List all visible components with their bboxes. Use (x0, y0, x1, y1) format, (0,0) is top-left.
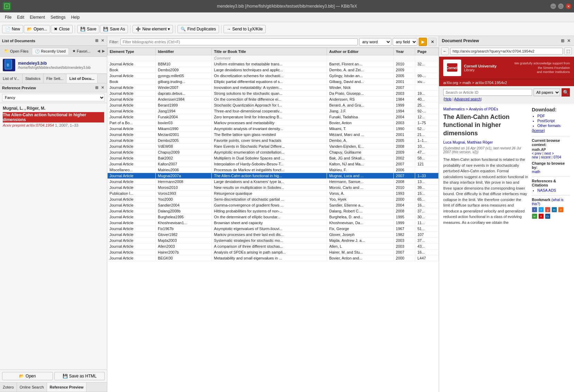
menu-edit[interactable]: Edit (14, 14, 27, 21)
table-row[interactable]: Journal ArticleGlover1982Markov processe… (108, 232, 439, 238)
all-papers-select[interactable]: All papers (534, 89, 560, 96)
table-row[interactable]: Part of a Bo...bovier03Markov processes … (108, 120, 439, 126)
table-row[interactable]: Journal ArticleBurghelea1995On the deter… (108, 214, 439, 220)
table-row[interactable]: Miscellaneo...Malrieu2006Processus de Ma… (108, 167, 439, 173)
table-row[interactable]: Bookgilbarg.truding...Elliptic partial d… (108, 79, 439, 85)
table-row[interactable]: Journal ArticleHairer2007bAnalysis of SP… (108, 249, 439, 255)
tab-recently-used[interactable]: 🕐 Recently Used (32, 48, 69, 55)
download-pdf[interactable]: PDF (537, 114, 570, 118)
open-button[interactable]: 📂 Open... (24, 25, 50, 33)
menu-help[interactable]: Help (68, 14, 82, 21)
tab-reference-preview[interactable]: Reference Preview (47, 383, 87, 392)
table-row[interactable]: Journal ArticleBBM10Uniform estimates fo… (108, 61, 439, 67)
menu-settings[interactable]: Settings (48, 14, 68, 21)
close-button[interactable]: ✖ Close (51, 25, 73, 33)
minimize-btn[interactable]: — (550, 3, 556, 9)
browse-prev-link[interactable]: < prev (532, 152, 541, 155)
ref-preview-close-icon[interactable]: ✕ (100, 85, 105, 91)
table-row[interactable]: Journal ArticleMajda2003Systematic strat… (108, 238, 439, 244)
table-row[interactable]: Journal ArticleKalton2007Interpolation o… (108, 161, 439, 167)
menu-file[interactable]: File (2, 14, 14, 21)
search-go-btn[interactable]: 🔍 (562, 88, 570, 97)
find-duplicates-button[interactable]: 🔍 Find Duplicates (177, 25, 219, 33)
table-row[interactable]: Journal ArticleKhoshnevisan1...Brownian … (108, 220, 439, 226)
style-dropdown[interactable]: Fancy Plain Standard (2, 94, 105, 101)
table-row[interactable]: Journal ArticleFix1967bAsymptotic eigenv… (108, 226, 439, 232)
bookmark-icon-2[interactable]: t (538, 207, 544, 212)
table-row[interactable]: Journal ArticleMikami1990Asymptotic anal… (108, 126, 439, 132)
bottom-tab-statistics[interactable]: Statistics (22, 74, 44, 83)
menu-element[interactable]: Element (27, 14, 48, 21)
bookmark-icon-7[interactable]: R (538, 213, 544, 219)
nasa-ads-link[interactable]: NASA ADS (537, 188, 556, 192)
bottom-tab-list-docs[interactable]: List of Docu... (66, 74, 98, 83)
bib-table-wrapper[interactable]: Element Type Identifier Title or Book Ti… (107, 48, 439, 392)
table-row[interactable]: Journal ArticleMezard2001The Bethe latti… (108, 132, 439, 138)
send-lyx-button[interactable]: → Send to LyX/Kile (224, 25, 266, 33)
bookmark-icon-3[interactable]: g (545, 207, 550, 212)
table-row[interactable]: Publication I...Voros1993Résurgence quan… (108, 191, 439, 197)
table-row[interactable]: Journal ArticleWinder2007Innovation and … (108, 85, 439, 91)
file-item[interactable]: B mendeley3.bib /home/fish/git/kbibtex/t… (0, 57, 107, 74)
ref-preview-settings-icon[interactable]: ⊞ (94, 85, 99, 91)
table-row[interactable]: Journal ArticleBak2002Multipliers in Dua… (108, 155, 439, 161)
table-row[interactable]: Journal ArticleChapuy2009Asymptotic enum… (108, 149, 439, 155)
table-row[interactable]: Journal ArticleBerard1999Stochastic Quan… (108, 102, 439, 108)
browse-math-link[interactable]: math (532, 170, 540, 174)
bottom-tab-file-settings[interactable]: File Sett... (44, 74, 67, 83)
table-row[interactable]: Journal ArticleBEGK00Metastability and s… (108, 255, 439, 261)
table-row[interactable]: Comment (108, 55, 439, 61)
any-field-dropdown[interactable]: any field title author (393, 38, 417, 46)
bookmark-icon-8[interactable]: CL (545, 213, 550, 219)
bookmark-icon-5[interactable]: D (558, 207, 564, 212)
table-row[interactable]: Journal ArticleMorosi2010New results on … (108, 185, 439, 191)
list-close-icon[interactable]: ✕ (100, 38, 105, 44)
tab-open-files[interactable]: 📁 Open Files (1, 48, 31, 54)
table-row[interactable]: Journal ArticleSandier2004Gamma-converge… (108, 202, 439, 208)
doc-preview-settings-icon[interactable]: ⊞ (560, 38, 565, 44)
table-row[interactable]: Journal Articledaprato.debus...Strong so… (108, 91, 439, 97)
list-settings-icon[interactable]: ⊞ (94, 38, 99, 44)
browser-back-btn[interactable]: ← (441, 47, 449, 55)
table-row[interactable]: Journal ArticleVdEW08Rare Events in Stoc… (108, 144, 439, 149)
help-link[interactable]: Help (444, 97, 452, 101)
new-element-button[interactable]: ➕ New element ▾ (133, 25, 173, 33)
bookmark-icon-6[interactable]: M (532, 213, 537, 219)
maximize-btn[interactable]: □ (558, 3, 564, 9)
browser-expand-btn[interactable]: ⬚ (564, 47, 572, 55)
bookmark-icon-1[interactable]: f (532, 207, 537, 212)
save-as-html-btn[interactable]: 💾 Save as HTML (54, 372, 105, 380)
tab-online-search[interactable]: Online Search (17, 383, 47, 392)
arxiv-content[interactable]: Cornell Cornell University Library We gr… (439, 57, 574, 392)
download-ps[interactable]: PostScript (537, 119, 570, 123)
url-bar[interactable] (450, 48, 563, 55)
table-row[interactable]: Journal ArticleDembo2005Favorite points,… (108, 138, 439, 144)
table-row[interactable]: Journal ArticleAllen2003A comparison of … (108, 244, 439, 249)
doc-preview-close-icon[interactable]: ✕ (566, 38, 571, 44)
open-btn[interactable]: 📂 Open (2, 372, 53, 380)
table-row[interactable]: Journal ArticleFunaki2004Zero temperatur… (108, 114, 439, 120)
table-row[interactable]: Journal ArticleMugnai2007aThe Allen-Cahn… (108, 173, 439, 179)
table-row[interactable]: Journal ArticleDalang2008bHitting probab… (108, 208, 439, 214)
table-row[interactable]: Journal ArticleYoo2000Semi-discretizatio… (108, 197, 439, 202)
save-button[interactable]: 💾 Save (77, 25, 99, 33)
tab-zotero[interactable]: Zotero (0, 383, 17, 392)
bottom-tab-list-v[interactable]: List of V... (0, 74, 22, 83)
advanced-search-link[interactable]: Advanced search (454, 97, 481, 101)
table-row[interactable]: Journal Articlegyongy.millet05On discret… (108, 73, 439, 79)
filter-search-btn[interactable]: ▶ (419, 38, 427, 46)
table-row[interactable]: Journal ArticleAnderssen1984On the corre… (108, 97, 439, 102)
table-row[interactable]: Journal ArticleHerrmann2008Large deviati… (108, 179, 439, 185)
license-link[interactable]: (license) (532, 129, 545, 133)
save-as-button[interactable]: 💾 Save As (100, 25, 128, 33)
table-row[interactable]: Journal ArticleJiang1994Three-and four-d… (108, 108, 439, 114)
table-row[interactable]: BookDembo2009Large deviations techniques… (108, 67, 439, 73)
article-search-input[interactable] (443, 89, 532, 96)
any-word-dropdown[interactable]: any word all words exact phrase (359, 38, 391, 46)
bookmark-icon-4[interactable]: in (552, 207, 557, 212)
window-close-btn[interactable]: ✕ (566, 3, 571, 9)
browse-next-link[interactable]: next > (544, 152, 554, 155)
browse-recent-link[interactable]: recent (541, 155, 551, 159)
tabs-nav-right[interactable]: ▶ (101, 48, 106, 54)
download-other[interactable]: Other formats (537, 124, 570, 128)
